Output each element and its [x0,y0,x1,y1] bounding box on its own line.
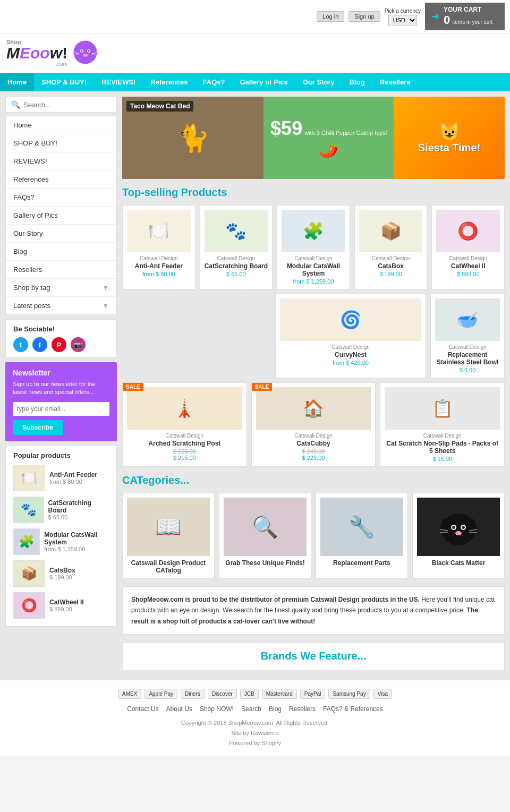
footer-link-search[interactable]: Search [241,705,261,713]
product-original-price: $ 249.00 [256,448,371,455]
search-icon: 🔍 [11,100,20,109]
popular-item[interactable]: 🐾 CatScratching Board$ 65.00 [13,497,109,523]
facebook-icon[interactable]: f [32,337,47,352]
nav-resellers[interactable]: Resellers [372,73,418,91]
product-card[interactable]: 📦 Catswall Design CatsBox $ 199.00 [354,205,428,289]
footer-link-resellers[interactable]: Resellers [289,705,316,713]
nav-references[interactable]: References [143,73,195,91]
banner-right: 😺 Siesta Time! [394,97,505,179]
product-card[interactable]: 🌀 Catswall Design CurvyNest from $ 429.0… [275,294,426,378]
categories-title: CATegories... [122,474,505,486]
product-card[interactable]: 🥣 Catswall Design Replacement Stainless … [430,294,505,378]
sidebar-item-resellers[interactable]: Resellers [6,261,116,279]
footer-copyright: Copyright © 2018 ShopMeoow.com. All Righ… [8,718,502,748]
product-brand: Catswall Design [256,433,371,439]
product-card[interactable]: 🐾 Catswall Design CatScratching Board $ … [200,205,273,289]
popular-item[interactable]: 🍽️ Anti-Ant Feederfrom $ 80.00 [13,465,109,491]
product-card-sale[interactable]: SALE 🗼 Catswall Design Arched Scratching… [122,382,247,467]
signup-button[interactable]: Sign up [348,11,380,22]
banner-price: $59 [270,117,302,140]
sidebar-item-ourstory[interactable]: Our Story [6,225,116,243]
product-card[interactable]: 🍽️ Catswall Design Anti-Ant Feeder from … [122,205,196,289]
popular-item[interactable]: ⭕ CatWheel II$ 899.00 [13,592,109,619]
login-button[interactable]: Log in [317,11,344,22]
sidebar-item-reviews[interactable]: REVIEWS! [6,152,116,170]
newsletter-email-input[interactable] [13,402,109,416]
product-image: 🗼 [127,387,242,430]
logo-sub: .com [56,61,67,67]
product-image: 📦 [359,210,423,252]
nav-home[interactable]: Home [0,73,34,91]
popular-item-price: $ 65.00 [48,514,109,520]
sidebar-item-latestposts[interactable]: Latest posts ▼ [6,297,116,314]
popular-item-image: 🐾 [13,497,44,523]
category-image: 📖 [127,498,210,556]
popular-item[interactable]: 🧩 Modular CatsWall Systemfrom $ 1,259.00 [13,528,109,555]
footer-link-contact[interactable]: Contact Us [127,705,158,713]
sidebar-search-box[interactable]: 🔍 [5,97,117,113]
nav-ourstory[interactable]: Our Story [295,73,342,91]
hero-banner[interactable]: Taco Meow Cat Bed 🐈 $59 with 3 Chilli Pe… [122,97,505,179]
cart-title[interactable]: YOUR CART [444,6,492,13]
instagram-icon[interactable]: 📷 [71,337,86,352]
product-name: CatWheel II [436,262,500,270]
popular-item[interactable]: 📦 CatsBox$ 199.00 [13,560,109,587]
description-box: ShopMeoow.com is proud to be the distrib… [122,586,505,635]
search-input[interactable] [23,101,111,109]
footer-link-blog[interactable]: Blog [269,705,282,713]
logo[interactable]: Shop MEoow ! .com [6,38,100,69]
currency-select[interactable]: USD [388,15,417,25]
category-name: Replacement Parts [320,559,403,567]
nav-gallery[interactable]: Gallery of Pics [232,73,295,91]
category-name: Black Cats Matter [417,559,500,567]
social-title: Be Sociable! [13,325,109,333]
product-image: 🥣 [435,298,500,341]
nav-blog[interactable]: Blog [342,73,372,91]
product-name: CatsBox [359,262,423,270]
sidebar-item-references[interactable]: References [6,170,116,189]
sidebar-item-shopbytag[interactable]: Shop by tag ▼ [6,279,116,297]
svg-point-18 [462,526,465,529]
logo-exclaim: ! [62,45,67,61]
nav-reviews[interactable]: REVIEWS! [94,73,143,91]
product-card-sale[interactable]: SALE 🏠 Catswall Design CatsCubby $ 249.0… [251,382,376,467]
product-image: ⭕ [436,210,500,252]
sidebar-menu: Home SHOP & BUY! REVIEWS! References FAQ… [5,116,117,315]
svg-point-6 [88,50,90,52]
footer-link-shop[interactable]: Shop NOW! [200,705,234,713]
logo-main-text: MEoow [6,45,62,61]
banner-siesta-text: Siesta Time! [418,142,480,154]
sale-badge: SALE [123,383,143,391]
sidebar: 🔍 Home SHOP & BUY! REVIEWS! References F… [5,97,117,674]
category-card[interactable]: Black Cats Matter [412,493,505,579]
social-box: Be Sociable! t f P 📷 [5,319,117,358]
sidebar-item-blog[interactable]: Blog [6,243,116,261]
sidebar-item-gallery[interactable]: Gallery of Pics [6,207,116,225]
sidebar-item-home[interactable]: Home [6,116,116,134]
category-card[interactable]: 🔍 Grab These Unique Finds! [219,493,311,579]
product-price: $ 6.00 [435,367,500,373]
footer-link-about[interactable]: About Us [166,705,192,713]
product-name: Replacement Stainless Steel Bowl [435,351,500,366]
category-card[interactable]: 🔧 Replacement Parts [316,493,408,579]
product-card[interactable]: ⭕ Catswall Design CatWheel II $ 899.00 [431,205,505,289]
sidebar-item-shop[interactable]: SHOP & BUY! [6,134,116,152]
nav-shop[interactable]: SHOP & BUY! [34,73,94,91]
pinterest-icon[interactable]: P [52,337,66,352]
product-card[interactable]: 🧩 Catswall Design Modular CatsWall Syste… [277,205,350,289]
svg-line-21 [440,532,448,533]
footer-link-faqs[interactable]: FAQs? & References [323,705,383,713]
payment-icons: AMEX Apple Pay Diners Discover JCB Maste… [8,689,502,699]
twitter-icon[interactable]: t [13,337,28,352]
product-brand: Catswall Design [205,255,268,261]
product-name: Cat Scratch Non-Slip Pads · Packs of 5 S… [385,440,500,455]
category-card[interactable]: 📖 Catswall Design Product CATalog [122,493,215,579]
sidebar-item-faqs[interactable]: FAQs? [6,189,116,207]
product-card[interactable]: 📋 Catswall Design Cat Scratch Non-Slip P… [380,382,505,467]
nav-faqs[interactable]: FAQs? [196,73,233,91]
newsletter-subscribe-button[interactable]: Subscribe [13,420,63,435]
product-name: CurvyNest [280,351,421,358]
svg-line-23 [469,532,477,533]
banner-title: Taco Meow Cat Bed [126,101,193,112]
product-original-price: $ 225.00 [127,448,242,455]
